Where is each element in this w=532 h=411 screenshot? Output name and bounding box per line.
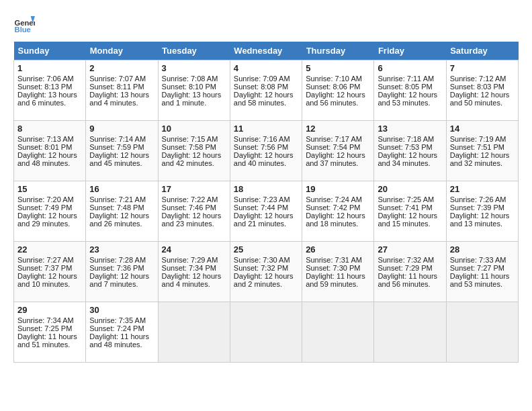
daylight-text: Daylight: 12 hours and 13 minutes. — [450, 212, 510, 228]
day-number: 15 — [17, 184, 82, 194]
day-number: 18 — [234, 184, 298, 194]
calendar-cell — [446, 302, 518, 363]
daylight-text: Daylight: 11 hours and 48 minutes. — [89, 332, 149, 349]
day-number: 24 — [162, 244, 226, 255]
calendar-cell: 22 Sunrise: 7:27 AM Sunset: 7:37 PM Dayl… — [14, 242, 86, 302]
daylight-text: Daylight: 12 hours and 45 minutes. — [89, 151, 149, 167]
daylight-text: Daylight: 12 hours and 7 minutes. — [89, 272, 149, 288]
calendar-cell: 14 Sunrise: 7:19 AM Sunset: 7:51 PM Dayl… — [446, 121, 518, 181]
calendar-cell — [374, 302, 446, 363]
calendar-week-row: 15 Sunrise: 7:20 AM Sunset: 7:49 PM Dayl… — [14, 181, 519, 242]
day-number: 22 — [17, 244, 82, 255]
sunset-text: Sunset: 7:39 PM — [450, 203, 504, 212]
sunrise-text: Sunrise: 7:27 AM — [17, 256, 74, 264]
weekday-header-sunday: Sunday — [14, 42, 86, 60]
day-number: 21 — [450, 184, 515, 194]
calendar-week-row: 22 Sunrise: 7:27 AM Sunset: 7:37 PM Dayl… — [14, 242, 519, 302]
sunset-text: Sunset: 7:49 PM — [17, 203, 72, 212]
day-number: 14 — [450, 124, 515, 134]
daylight-text: Daylight: 12 hours and 56 minutes. — [306, 91, 365, 107]
sunset-text: Sunset: 7:58 PM — [162, 143, 216, 151]
day-number: 4 — [234, 63, 298, 73]
calendar-cell: 5 Sunrise: 7:10 AM Sunset: 8:06 PM Dayli… — [302, 60, 374, 121]
calendar-cell: 28 Sunrise: 7:33 AM Sunset: 7:27 PM Dayl… — [446, 242, 518, 302]
calendar-cell: 4 Sunrise: 7:09 AM Sunset: 8:08 PM Dayli… — [230, 60, 302, 121]
day-number: 8 — [17, 124, 82, 134]
calendar-cell: 24 Sunrise: 7:29 AM Sunset: 7:34 PM Dayl… — [158, 242, 230, 302]
sunset-text: Sunset: 7:24 PM — [89, 324, 144, 332]
daylight-text: Daylight: 13 hours and 6 minutes. — [17, 91, 77, 107]
sunset-text: Sunset: 8:08 PM — [234, 83, 288, 91]
sunrise-text: Sunrise: 7:30 AM — [234, 256, 290, 264]
sunrise-text: Sunrise: 7:09 AM — [234, 75, 290, 83]
daylight-text: Daylight: 12 hours and 32 minutes. — [450, 151, 510, 167]
daylight-text: Daylight: 11 hours and 59 minutes. — [306, 272, 365, 288]
daylight-text: Daylight: 12 hours and 42 minutes. — [162, 151, 222, 167]
calendar-cell: 6 Sunrise: 7:11 AM Sunset: 8:05 PM Dayli… — [374, 60, 446, 121]
day-number: 3 — [162, 63, 226, 73]
day-number: 25 — [234, 244, 298, 255]
sunset-text: Sunset: 7:56 PM — [234, 143, 288, 151]
sunrise-text: Sunrise: 7:19 AM — [450, 135, 506, 143]
sunrise-text: Sunrise: 7:10 AM — [306, 75, 362, 83]
sunrise-text: Sunrise: 7:24 AM — [306, 195, 362, 203]
daylight-text: Daylight: 12 hours and 40 minutes. — [234, 151, 294, 167]
daylight-text: Daylight: 12 hours and 2 minutes. — [234, 272, 294, 288]
sunset-text: Sunset: 7:29 PM — [378, 264, 432, 272]
sunset-text: Sunset: 7:48 PM — [89, 203, 144, 212]
sunrise-text: Sunrise: 7:08 AM — [162, 75, 218, 83]
calendar-cell: 10 Sunrise: 7:15 AM Sunset: 7:58 PM Dayl… — [158, 121, 230, 181]
sunset-text: Sunset: 7:59 PM — [89, 143, 144, 151]
calendar-cell: 19 Sunrise: 7:24 AM Sunset: 7:42 PM Dayl… — [302, 181, 374, 242]
calendar-cell: 7 Sunrise: 7:12 AM Sunset: 8:03 PM Dayli… — [446, 60, 518, 121]
sunrise-text: Sunrise: 7:22 AM — [162, 195, 218, 203]
sunrise-text: Sunrise: 7:12 AM — [450, 75, 506, 83]
day-number: 16 — [89, 184, 154, 194]
calendar-cell: 13 Sunrise: 7:18 AM Sunset: 7:53 PM Dayl… — [374, 121, 446, 181]
sunset-text: Sunset: 8:05 PM — [378, 83, 432, 91]
calendar-week-row: 29 Sunrise: 7:34 AM Sunset: 7:25 PM Dayl… — [14, 302, 519, 363]
day-number: 6 — [378, 63, 442, 73]
svg-text:Blue: Blue — [15, 26, 31, 34]
sunset-text: Sunset: 7:54 PM — [306, 143, 360, 151]
weekday-header-thursday: Thursday — [302, 42, 374, 60]
sunrise-text: Sunrise: 7:26 AM — [450, 195, 506, 203]
day-number: 11 — [234, 124, 298, 134]
logo-icon: General Blue — [13, 13, 35, 35]
calendar-week-row: 8 Sunrise: 7:13 AM Sunset: 8:01 PM Dayli… — [14, 121, 519, 181]
sunset-text: Sunset: 8:10 PM — [162, 83, 216, 91]
sunrise-text: Sunrise: 7:16 AM — [234, 135, 290, 143]
daylight-text: Daylight: 11 hours and 56 minutes. — [378, 272, 437, 288]
day-number: 20 — [378, 184, 442, 194]
calendar-cell: 1 Sunrise: 7:06 AM Sunset: 8:13 PM Dayli… — [14, 60, 86, 121]
calendar-table: SundayMondayTuesdayWednesdayThursdayFrid… — [13, 42, 519, 363]
day-number: 2 — [89, 63, 154, 73]
weekday-header-wednesday: Wednesday — [230, 42, 302, 60]
sunset-text: Sunset: 7:32 PM — [234, 264, 288, 272]
sunset-text: Sunset: 8:11 PM — [89, 83, 144, 91]
daylight-text: Daylight: 13 hours and 4 minutes. — [89, 91, 149, 107]
calendar-cell: 12 Sunrise: 7:17 AM Sunset: 7:54 PM Dayl… — [302, 121, 374, 181]
daylight-text: Daylight: 12 hours and 37 minutes. — [306, 151, 365, 167]
sunrise-text: Sunrise: 7:07 AM — [89, 75, 146, 83]
weekday-header-friday: Friday — [374, 42, 446, 60]
daylight-text: Daylight: 11 hours and 53 minutes. — [450, 272, 510, 288]
weekday-header-tuesday: Tuesday — [158, 42, 230, 60]
calendar-cell: 15 Sunrise: 7:20 AM Sunset: 7:49 PM Dayl… — [14, 181, 86, 242]
logo: General Blue — [13, 13, 35, 35]
calendar-cell: 2 Sunrise: 7:07 AM Sunset: 8:11 PM Dayli… — [86, 60, 158, 121]
sunset-text: Sunset: 7:37 PM — [17, 264, 72, 272]
calendar-cell — [302, 302, 374, 363]
calendar-cell: 8 Sunrise: 7:13 AM Sunset: 8:01 PM Dayli… — [14, 121, 86, 181]
day-number: 29 — [17, 305, 82, 315]
page-header: General Blue — [13, 13, 519, 35]
sunset-text: Sunset: 7:42 PM — [306, 203, 360, 212]
calendar-cell: 9 Sunrise: 7:14 AM Sunset: 7:59 PM Dayli… — [86, 121, 158, 181]
day-number: 26 — [306, 244, 370, 255]
sunset-text: Sunset: 7:44 PM — [234, 203, 288, 212]
calendar-cell: 21 Sunrise: 7:26 AM Sunset: 7:39 PM Dayl… — [446, 181, 518, 242]
daylight-text: Daylight: 13 hours and 1 minute. — [162, 91, 222, 107]
calendar-cell: 27 Sunrise: 7:32 AM Sunset: 7:29 PM Dayl… — [374, 242, 446, 302]
sunset-text: Sunset: 7:30 PM — [306, 264, 360, 272]
weekday-header-monday: Monday — [86, 42, 158, 60]
